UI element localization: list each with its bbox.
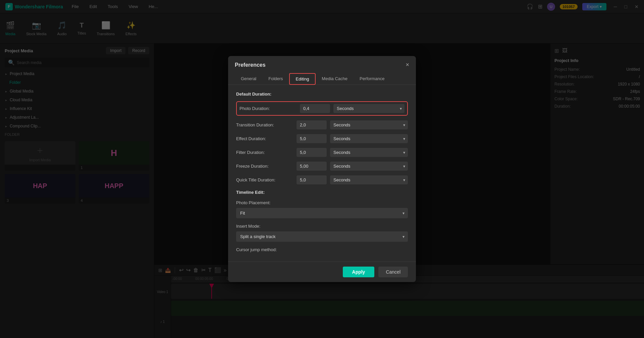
filter-duration-label: Filter Duration: bbox=[236, 150, 293, 155]
modal-header: Preferences × bbox=[228, 56, 416, 68]
preferences-modal: Preferences × General Folders Editing Me… bbox=[228, 56, 416, 282]
photo-duration-input[interactable] bbox=[300, 104, 330, 113]
effect-duration-row: Effect Duration: Seconds Frames Millisec… bbox=[236, 134, 408, 143]
filter-duration-unit-wrap: Seconds Frames Milliseconds bbox=[330, 148, 408, 157]
quick-title-duration-unit-wrap: Seconds Frames Milliseconds bbox=[330, 175, 408, 184]
freeze-duration-input[interactable] bbox=[297, 162, 327, 171]
quick-title-duration-unit-select[interactable]: Seconds Frames Milliseconds bbox=[330, 175, 408, 184]
transition-duration-row: Transition Duration: Seconds Frames Mill… bbox=[236, 120, 408, 129]
cursor-jump-label: Cursor jump method: bbox=[236, 247, 408, 252]
modal-close-button[interactable]: × bbox=[406, 61, 409, 68]
photo-duration-unit-wrap: Seconds Frames Milliseconds bbox=[333, 104, 405, 113]
tab-media-cache[interactable]: Media Cache bbox=[316, 73, 354, 85]
photo-placement-select[interactable]: Fit Fill Crop Pan & Zoom bbox=[236, 208, 408, 218]
tab-editing[interactable]: Editing bbox=[289, 73, 316, 85]
effect-duration-label: Effect Duration: bbox=[236, 136, 293, 141]
photo-placement-label: Photo Placement: bbox=[236, 200, 408, 205]
timeline-edit-title: Timeline Edit: bbox=[236, 190, 408, 195]
freeze-duration-row: Freeze Duration: Seconds Frames Millisec… bbox=[236, 162, 408, 171]
transition-duration-label: Transition Duration: bbox=[236, 122, 293, 127]
modal-footer: Apply Cancel bbox=[228, 262, 416, 282]
insert-mode-select[interactable]: Split a single track Split all tracks In… bbox=[236, 231, 408, 242]
tab-general[interactable]: General bbox=[235, 73, 262, 85]
freeze-duration-unit-wrap: Seconds Frames Milliseconds bbox=[330, 162, 408, 171]
filter-duration-row: Filter Duration: Seconds Frames Millisec… bbox=[236, 148, 408, 157]
photo-placement-select-wrap: Fit Fill Crop Pan & Zoom bbox=[236, 208, 408, 218]
tab-folders[interactable]: Folders bbox=[262, 73, 289, 85]
freeze-duration-unit-select[interactable]: Seconds Frames Milliseconds bbox=[330, 162, 408, 171]
tab-performance[interactable]: Performance bbox=[354, 73, 390, 85]
default-duration-title: Default Duration: bbox=[236, 92, 408, 97]
apply-button[interactable]: Apply bbox=[343, 267, 375, 277]
insert-mode-select-wrap: Split a single track Split all tracks In… bbox=[236, 231, 408, 242]
insert-mode-label: Insert Mode: bbox=[236, 224, 408, 229]
effect-duration-unit-select[interactable]: Seconds Frames Milliseconds bbox=[330, 134, 408, 143]
quick-title-duration-label: Quick Title Duration: bbox=[236, 177, 293, 182]
modal-overlay: Preferences × General Folders Editing Me… bbox=[0, 0, 644, 338]
quick-title-duration-row: Quick Title Duration: Seconds Frames Mil… bbox=[236, 175, 408, 184]
filter-duration-input[interactable] bbox=[297, 148, 327, 157]
photo-duration-unit-select[interactable]: Seconds Frames Milliseconds bbox=[333, 104, 405, 113]
effect-duration-unit-wrap: Seconds Frames Milliseconds bbox=[330, 134, 408, 143]
photo-duration-label: Photo Duration: bbox=[239, 106, 297, 111]
modal-tabs: General Folders Editing Media Cache Perf… bbox=[228, 68, 416, 85]
filter-duration-unit-select[interactable]: Seconds Frames Milliseconds bbox=[330, 148, 408, 157]
photo-duration-row: Photo Duration: Seconds Frames Milliseco… bbox=[236, 101, 408, 116]
modal-title: Preferences bbox=[235, 62, 266, 68]
transition-duration-unit-wrap: Seconds Frames Milliseconds bbox=[330, 120, 408, 129]
effect-duration-input[interactable] bbox=[297, 134, 327, 143]
transition-duration-unit-select[interactable]: Seconds Frames Milliseconds bbox=[330, 120, 408, 129]
quick-title-duration-input[interactable] bbox=[297, 175, 327, 184]
transition-duration-input[interactable] bbox=[297, 120, 327, 129]
freeze-duration-label: Freeze Duration: bbox=[236, 164, 293, 169]
cancel-button[interactable]: Cancel bbox=[378, 267, 408, 277]
modal-body: Default Duration: Photo Duration: Second… bbox=[228, 85, 416, 262]
